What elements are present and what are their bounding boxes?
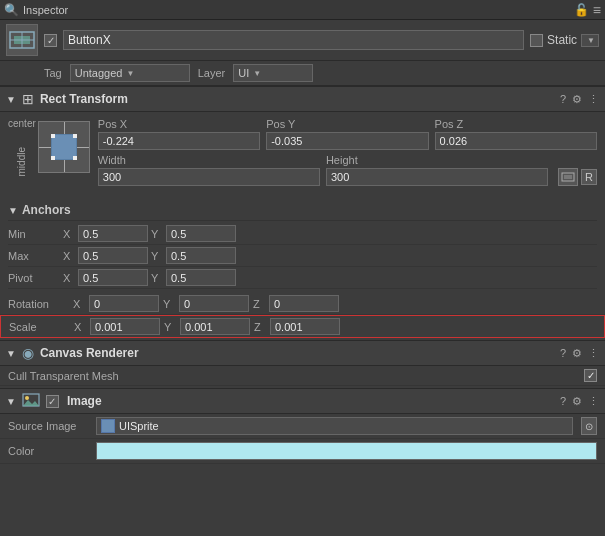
rect-transform-header: ▼ ⊞ Rect Transform ? ⚙ ⋮ [0, 86, 605, 112]
pos-x-group: Pos X [98, 118, 260, 150]
anchor-min-x-input[interactable] [78, 225, 148, 242]
image-menu-icon[interactable]: ⋮ [588, 395, 599, 408]
object-row: ✓ Static ▼ [0, 20, 605, 61]
anchors-title: Anchors [22, 203, 71, 217]
source-image-label: Source Image [8, 420, 88, 432]
canvas-settings-icon[interactable]: ⚙ [572, 347, 582, 360]
pivot-y-input[interactable] [166, 269, 236, 286]
static-checkbox[interactable] [530, 34, 543, 47]
anchor-max-y-label: Y [151, 250, 163, 262]
layer-label: Layer [198, 67, 226, 79]
anchor-max-x-label: X [63, 250, 75, 262]
anchor-dot-bl [51, 156, 55, 160]
rotation-z-input[interactable] [269, 295, 339, 312]
canvas-renderer-icons: ? ⚙ ⋮ [560, 347, 599, 360]
rotation-y-label: Y [163, 298, 175, 310]
anchor-min-y-input[interactable] [166, 225, 236, 242]
lock-icon[interactable]: 🔓 [574, 3, 589, 17]
tag-label: Tag [44, 67, 62, 79]
anchor-max-row: Max X Y [8, 245, 597, 267]
scale-y-input[interactable] [180, 318, 250, 335]
pos-y-label: Pos Y [266, 118, 428, 130]
anchor-max-y-input[interactable] [166, 247, 236, 264]
rect-transform-icon: ⊞ [22, 91, 34, 107]
pos-y-input[interactable] [266, 132, 428, 150]
menu-icon[interactable]: ≡ [593, 2, 601, 18]
static-label: Static [547, 33, 577, 47]
rect-help-icon[interactable]: ? [560, 93, 566, 105]
anchor-max-label: Max [8, 250, 63, 262]
stretch-buttons: R [558, 168, 597, 186]
anchor-min-x-label: X [63, 228, 75, 240]
image-help-icon[interactable]: ? [560, 395, 566, 407]
anchor-min-row: Min X Y [8, 223, 597, 245]
static-dropdown[interactable]: ▼ [581, 34, 599, 47]
pos-z-input[interactable] [435, 132, 597, 150]
rotation-y-input[interactable] [179, 295, 249, 312]
active-checkmark: ✓ [47, 35, 55, 46]
cull-row: Cull Transparent Mesh ✓ [0, 366, 605, 386]
canvas-renderer-title: Canvas Renderer [40, 346, 554, 360]
tag-layer-row: Tag Untagged ▼ Layer UI ▼ [0, 61, 605, 86]
rect-transform-title: Rect Transform [40, 92, 554, 106]
pos-z-label: Pos Z [435, 118, 597, 130]
wh-row: Width Height R [98, 154, 597, 186]
pivot-y-label: Y [151, 272, 163, 284]
svg-marker-8 [23, 400, 39, 406]
scale-z-input[interactable] [270, 318, 340, 335]
pos-fields-area: Pos X Pos Y Pos Z Width Height [98, 118, 597, 186]
anchor-dot-tr [73, 134, 77, 138]
cull-checkbox[interactable]: ✓ [584, 369, 597, 382]
source-image-field[interactable]: UISprite [96, 417, 573, 435]
canvas-renderer-header: ▼ ◉ Canvas Renderer ? ⚙ ⋮ [0, 340, 605, 366]
anchor-max-x-input[interactable] [78, 247, 148, 264]
cull-label: Cull Transparent Mesh [8, 370, 576, 382]
inspector-header-icons: 🔓 ≡ [574, 2, 601, 18]
layer-dropdown[interactable]: UI ▼ [233, 64, 313, 82]
layer-arrow: ▼ [253, 69, 261, 78]
active-checkbox[interactable]: ✓ [44, 34, 57, 47]
pos-x-label: Pos X [98, 118, 260, 130]
pivot-x-input[interactable] [78, 269, 148, 286]
rect-menu-icon[interactable]: ⋮ [588, 93, 599, 106]
rotation-xyz: X Y Z [73, 295, 597, 312]
width-label: Width [98, 154, 320, 166]
rect-settings-icon[interactable]: ⚙ [572, 93, 582, 106]
stretch-h-btn[interactable] [558, 168, 578, 186]
canvas-renderer-collapse[interactable]: ▼ [6, 348, 16, 359]
source-image-row: Source Image UISprite ⊙ [0, 414, 605, 439]
tag-value: Untagged [75, 67, 123, 79]
color-swatch[interactable] [96, 442, 597, 460]
static-dropdown-arrow: ▼ [587, 36, 595, 45]
canvas-menu-icon[interactable]: ⋮ [588, 347, 599, 360]
canvas-help-icon[interactable]: ? [560, 347, 566, 359]
width-group: Width [98, 154, 320, 186]
anchor-dot-tl [51, 134, 55, 138]
source-browse-button[interactable]: ⊙ [581, 417, 597, 435]
tag-arrow: ▼ [126, 69, 134, 78]
rotation-x-input[interactable] [89, 295, 159, 312]
anchors-collapse[interactable]: ▼ [8, 205, 18, 216]
object-name-field[interactable] [63, 30, 524, 50]
object-icon [6, 24, 38, 56]
pivot-xy: X Y [63, 269, 597, 286]
anchor-visual-box[interactable] [38, 121, 90, 173]
width-input[interactable] [98, 168, 320, 186]
inspector-icon: 🔍 [4, 3, 19, 17]
height-input[interactable] [326, 168, 548, 186]
inspector-header: 🔍 Inspector 🔓 ≡ [0, 0, 605, 20]
source-image-name: UISprite [119, 420, 159, 432]
scale-z-label: Z [254, 321, 266, 333]
height-label: Height [326, 154, 548, 166]
anchors-header[interactable]: ▼ Anchors [8, 200, 597, 221]
image-settings-icon[interactable]: ⚙ [572, 395, 582, 408]
image-header: ▼ ✓ Image ? ⚙ ⋮ [0, 388, 605, 414]
rect-transform-collapse[interactable]: ▼ [6, 94, 16, 105]
image-collapse[interactable]: ▼ [6, 396, 16, 407]
tag-dropdown[interactable]: Untagged ▼ [70, 64, 190, 82]
r-label[interactable]: R [581, 169, 597, 185]
scale-x-input[interactable] [90, 318, 160, 335]
image-enabled-checkbox[interactable]: ✓ [46, 395, 59, 408]
anchor-visual-area: center middle [8, 118, 90, 176]
pos-x-input[interactable] [98, 132, 260, 150]
